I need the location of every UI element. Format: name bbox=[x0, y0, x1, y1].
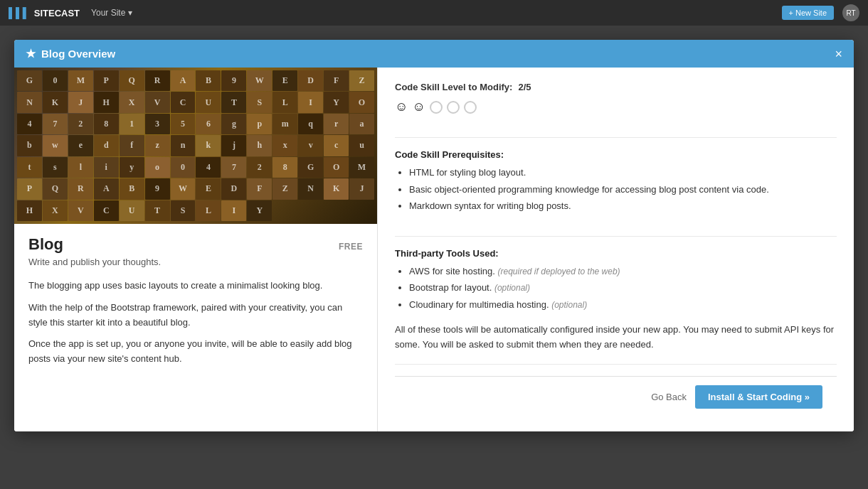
tool-2-text: Bootstrap for layout. bbox=[409, 282, 494, 293]
modal-body: G 0 M P Q R A B 9 W E D F Z N bbox=[14, 68, 854, 431]
app-desc-2: With the help of the Bootstrap framework… bbox=[28, 301, 363, 331]
prerequisites-list: HTML for styling blog layout. Basic obje… bbox=[395, 166, 837, 213]
skill-circle-4 bbox=[447, 101, 460, 114]
list-item: Cloudinary for multimedia hosting. (opti… bbox=[409, 298, 837, 312]
tools-title: Third-party Tools Used: bbox=[395, 248, 837, 259]
tools-section: Third-party Tools Used: AWS for site hos… bbox=[395, 248, 837, 365]
left-panel-content: Blog FREE Write and publish your thought… bbox=[14, 224, 377, 385]
app-desc-1: The blogging app uses basic layouts to c… bbox=[28, 279, 363, 294]
tool-1-text: AWS for site hosting. bbox=[409, 266, 498, 276]
avatar[interactable]: RT bbox=[842, 4, 859, 21]
list-item: HTML for styling blog layout. bbox=[409, 166, 837, 180]
prereq-3: Markdown syntax for writing blog posts. bbox=[409, 200, 571, 211]
blog-overview-modal: ★ Blog Overview × G 0 M P Q R A bbox=[14, 40, 854, 431]
navbar-right: + New Site RT bbox=[782, 4, 860, 21]
right-panel: Code Skill Level to Modify: 2/5 ☺ ☺ Code… bbox=[377, 68, 854, 431]
brand-icon: ▌▌▌ bbox=[9, 7, 30, 18]
list-item: Basic object-oriented programming knowle… bbox=[409, 183, 837, 197]
skill-smiley-1: ☺ bbox=[395, 100, 408, 114]
letterpress-decoration: G 0 M P Q R A B 9 W E D F Z N bbox=[14, 68, 377, 224]
left-panel: G 0 M P Q R A B 9 W E D F Z N bbox=[14, 68, 377, 431]
tool-2-note: (optional) bbox=[494, 283, 530, 293]
tool-1-note: (required if deployed to the web) bbox=[498, 267, 620, 276]
tools-note: All of these tools will be automatically… bbox=[395, 323, 837, 353]
skill-circle-3 bbox=[430, 101, 443, 114]
brand: ▌▌▌ SITECAST bbox=[9, 7, 80, 18]
tool-3-text: Cloudinary for multimedia hosting. bbox=[409, 299, 551, 310]
skill-level-section: Code Skill Level to Modify: 2/5 ☺ ☺ bbox=[395, 82, 837, 138]
brand-name: SITECAST bbox=[34, 8, 80, 18]
tool-3-note: (optional) bbox=[551, 300, 587, 310]
modal-backdrop: ★ Blog Overview × G 0 M P Q R A bbox=[0, 26, 868, 489]
install-start-coding-button[interactable]: Install & Start Coding » bbox=[695, 385, 822, 409]
site-selector[interactable]: Your Site ▾ bbox=[91, 8, 132, 18]
app-title-row: Blog FREE bbox=[28, 235, 363, 254]
prereq-2: Basic object-oriented programming knowle… bbox=[409, 184, 769, 195]
app-hero-image: G 0 M P Q R A B 9 W E D F Z N bbox=[14, 68, 377, 224]
modal-header: ★ Blog Overview × bbox=[14, 40, 854, 68]
modal-footer: Go Back Install & Start Coding » bbox=[395, 376, 837, 417]
new-site-button[interactable]: + New Site bbox=[782, 6, 835, 20]
list-item: Bootstrap for layout. (optional) bbox=[409, 281, 837, 295]
list-item: Markdown syntax for writing blog posts. bbox=[409, 199, 837, 213]
navbar: ▌▌▌ SITECAST Your Site ▾ + New Site RT bbox=[0, 0, 868, 26]
site-label: Your Site bbox=[91, 8, 125, 18]
tools-list: AWS for site hosting. (required if deplo… bbox=[395, 264, 837, 312]
skill-circle-5 bbox=[464, 101, 477, 114]
skill-level-row: Code Skill Level to Modify: 2/5 bbox=[395, 82, 837, 92]
prereq-1: HTML for styling blog layout. bbox=[409, 167, 526, 178]
app-subtitle: Write and publish your thoughts. bbox=[28, 257, 363, 267]
skill-level-value: 2/5 bbox=[518, 82, 531, 92]
avatar-initials: RT bbox=[846, 9, 855, 17]
modal-close-button[interactable]: × bbox=[835, 48, 842, 60]
skill-emoji-row: ☺ ☺ bbox=[395, 100, 837, 114]
list-item: AWS for site hosting. (required if deplo… bbox=[409, 264, 837, 279]
modal-title-text: Blog Overview bbox=[41, 48, 115, 60]
skill-smiley-2: ☺ bbox=[412, 100, 425, 114]
prerequisites-section: Code Skill Prerequisites: HTML for styli… bbox=[395, 149, 837, 237]
skill-level-label: Code Skill Level to Modify: bbox=[395, 82, 512, 92]
go-back-button[interactable]: Go Back bbox=[651, 392, 687, 402]
app-desc-3: Once the app is set up, you or anyone yo… bbox=[28, 337, 363, 367]
chevron-down-icon: ▾ bbox=[128, 8, 132, 18]
star-icon: ★ bbox=[26, 47, 36, 60]
prerequisites-title: Code Skill Prerequisites: bbox=[395, 149, 837, 160]
modal-title: ★ Blog Overview bbox=[26, 47, 115, 60]
app-badge: FREE bbox=[339, 242, 363, 252]
app-name: Blog bbox=[28, 235, 63, 254]
new-site-label: + New Site bbox=[789, 9, 827, 17]
